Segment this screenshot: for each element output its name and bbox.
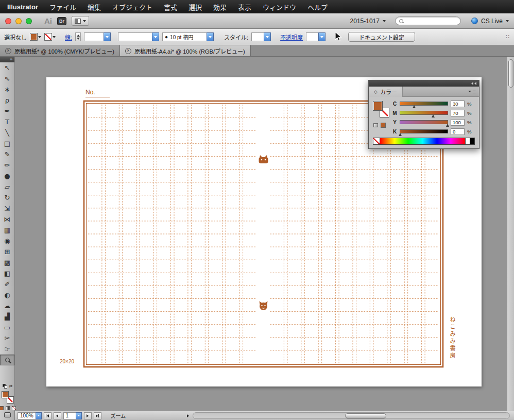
panel-options-icon[interactable]: ◇ xyxy=(374,89,378,94)
panel-collapse-button[interactable] xyxy=(369,80,479,87)
menu-item-file[interactable]: ファイル xyxy=(49,2,76,12)
direct-selection-tool[interactable]: ⇖ xyxy=(0,73,14,84)
last-artboard-button[interactable] xyxy=(94,412,101,419)
web-color-swatch[interactable] xyxy=(381,123,386,128)
vertical-scrollbar[interactable] xyxy=(507,57,514,411)
color-mode-button[interactable] xyxy=(0,406,4,410)
channel-slider[interactable] xyxy=(400,129,448,133)
dropdown-button[interactable] xyxy=(264,32,271,41)
search-field[interactable] xyxy=(395,16,461,25)
menu-item-view[interactable]: 表示 xyxy=(238,2,251,12)
step-up-icon[interactable] xyxy=(77,35,80,37)
opacity-select[interactable] xyxy=(306,32,325,41)
blend-tool[interactable]: ◐ xyxy=(0,290,14,300)
arrange-documents-button[interactable] xyxy=(72,16,89,26)
horizontal-scrollbar[interactable] xyxy=(193,412,510,419)
opacity-value[interactable] xyxy=(306,32,318,41)
swap-fill-stroke-icon[interactable]: ⇄ xyxy=(9,384,13,389)
menu-item-window[interactable]: ウィンドウ xyxy=(263,2,296,12)
brush-value[interactable]: ● 10 pt 楕円 xyxy=(162,32,207,41)
minimize-window-button[interactable] xyxy=(15,18,22,24)
slice-tool[interactable]: ✂ xyxy=(0,333,14,344)
search-input[interactable] xyxy=(406,18,457,24)
dropdown-button[interactable] xyxy=(104,32,111,41)
artboard-tool[interactable]: ▭ xyxy=(0,322,14,333)
shape-builder-tool[interactable]: ◉ xyxy=(0,236,14,246)
eyedropper-tool[interactable]: ✐ xyxy=(0,279,14,290)
workspace-switcher[interactable]: 2015-1017 xyxy=(350,18,386,25)
stroke-weight-select[interactable] xyxy=(84,32,111,41)
app-menu[interactable]: Illustrator xyxy=(7,3,38,11)
rotate-tool[interactable]: ↻ xyxy=(0,192,14,203)
menu-item-help[interactable]: ヘルプ xyxy=(307,2,328,12)
mesh-tool[interactable]: ▩ xyxy=(0,257,14,268)
width-tool[interactable]: ⋈ xyxy=(0,214,14,225)
free-transform-tool[interactable]: ▦ xyxy=(0,225,14,236)
tab-close-icon[interactable]: × xyxy=(5,48,11,54)
status-display[interactable]: ズーム xyxy=(111,412,189,419)
width-profile-select[interactable] xyxy=(118,32,159,41)
paintbrush-tool[interactable]: ✎ xyxy=(0,149,14,160)
gradient-tool[interactable]: ◧ xyxy=(0,268,14,279)
channel-slider[interactable] xyxy=(400,102,448,106)
black-swatch[interactable] xyxy=(470,138,474,144)
pen-tool[interactable]: ✒ xyxy=(0,106,14,116)
rectangle-tool[interactable]: □ xyxy=(0,138,14,149)
channel-value-input[interactable]: 0 xyxy=(451,128,465,135)
slider-thumb-icon[interactable] xyxy=(432,114,435,117)
artboard-navigation-select[interactable]: 1 xyxy=(63,412,82,419)
slider-thumb-icon[interactable] xyxy=(399,133,402,136)
channel-value-input[interactable]: 30 xyxy=(451,100,465,107)
fill-color-control[interactable] xyxy=(30,33,41,41)
document-tab[interactable]: ×原稿用紙* @ 100% (CMYK/プレビュー) xyxy=(0,45,120,56)
panel-menu-button[interactable]: ≡ xyxy=(468,89,476,95)
dropdown-button[interactable] xyxy=(207,32,214,41)
bridge-button[interactable]: Br xyxy=(57,17,66,25)
step-down-icon[interactable] xyxy=(77,38,80,40)
blob-brush-tool[interactable]: ● xyxy=(0,171,14,181)
document-setup-button[interactable]: ドキュメント設定 xyxy=(348,32,415,42)
none-mode-button[interactable] xyxy=(12,406,16,410)
magic-wand-tool[interactable]: ∗ xyxy=(0,84,14,95)
eraser-tool[interactable]: ▱ xyxy=(0,181,14,192)
close-window-button[interactable] xyxy=(5,18,11,24)
zoom-level-select[interactable]: 100% xyxy=(18,412,42,419)
panel-fill-swatch[interactable] xyxy=(373,101,383,111)
horizontal-scroll-thumb[interactable] xyxy=(345,413,386,419)
tab-close-icon[interactable]: × xyxy=(125,48,131,54)
control-panel-menu-icon[interactable]: ∷ xyxy=(506,33,510,40)
screen-mode-button[interactable] xyxy=(4,412,11,417)
fill-color-well[interactable] xyxy=(30,33,38,41)
spectrum-ramp[interactable] xyxy=(380,138,465,144)
stroke-color-control[interactable] xyxy=(44,33,56,41)
perspective-grid-tool[interactable]: ⊞ xyxy=(0,246,14,257)
menu-item-effect[interactable]: 効果 xyxy=(213,2,227,12)
menu-item-object[interactable]: オブジェクト xyxy=(112,2,152,12)
scale-tool[interactable]: ⇲ xyxy=(0,203,14,214)
stroke-weight-stepper[interactable] xyxy=(75,32,81,41)
zoom-window-button[interactable] xyxy=(26,18,32,24)
menu-item-edit[interactable]: 編集 xyxy=(88,2,101,12)
dropdown-button[interactable] xyxy=(76,412,82,419)
menu-item-type[interactable]: 書式 xyxy=(164,2,177,12)
default-fill-stroke-icon[interactable] xyxy=(3,384,7,389)
type-tool[interactable]: T xyxy=(0,116,14,127)
toolbar-collapse-button[interactable]: » xyxy=(0,57,14,62)
column-graph-tool[interactable]: ▟ xyxy=(0,311,14,322)
channel-slider[interactable] xyxy=(400,120,448,124)
channel-value-input[interactable]: 70 xyxy=(451,110,465,116)
color-spectrum[interactable] xyxy=(373,138,475,145)
next-artboard-button[interactable] xyxy=(84,412,92,419)
white-swatch[interactable] xyxy=(465,138,470,144)
status-popup-arrow-icon[interactable] xyxy=(187,414,189,417)
zoom-level-value[interactable]: 100% xyxy=(18,412,36,419)
cs-live-button[interactable]: CS Live xyxy=(471,18,509,25)
hand-tool[interactable]: ☞ xyxy=(0,344,14,355)
graphic-style-select[interactable] xyxy=(251,32,271,41)
stroke-weight-value[interactable] xyxy=(84,32,104,41)
channel-value-input[interactable]: 100 xyxy=(451,119,465,126)
previous-artboard-button[interactable] xyxy=(54,412,61,419)
stroke-panel-link[interactable]: 線: xyxy=(65,33,72,41)
none-color-swatch[interactable] xyxy=(373,138,380,144)
symbol-sprayer-tool[interactable]: ☁ xyxy=(0,300,14,311)
